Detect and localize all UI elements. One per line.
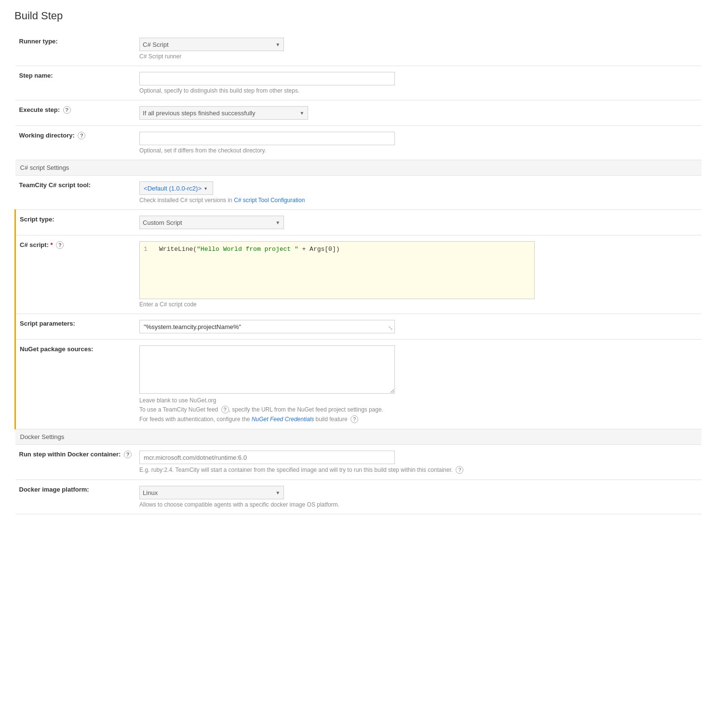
step-name-input[interactable]	[139, 72, 395, 85]
docker-platform-cell: Linux Allows to choose compatible agents…	[135, 480, 702, 514]
execute-step-select[interactable]: If all previous steps finished successfu…	[139, 106, 308, 120]
docker-section-header: Docker Settings	[15, 429, 702, 445]
runner-type-hint: C# Script runner	[139, 53, 698, 60]
step-name-hint: Optional, specify to distinguish this bu…	[139, 87, 698, 94]
docker-container-input[interactable]	[139, 451, 395, 464]
runner-type-cell: C# Script C# Script runner	[135, 32, 702, 66]
execute-step-cell: If all previous steps finished successfu…	[135, 100, 702, 126]
working-directory-input[interactable]	[139, 132, 395, 145]
docker-platform-select[interactable]: Linux	[139, 486, 284, 499]
docker-container-label: Run step within Docker container: ?	[15, 445, 136, 480]
execute-step-label: Execute step: ?	[15, 100, 136, 126]
nuget-sources-cell: Leave blank to use NuGet.org To use a Te…	[135, 340, 702, 429]
working-directory-help-icon[interactable]: ?	[78, 132, 85, 139]
csharp-section-header: C# script Settings	[15, 160, 702, 176]
docker-platform-select-wrapper[interactable]: Linux	[139, 486, 284, 499]
code-content: WriteLine("Hello World from project " + …	[159, 246, 339, 253]
script-params-input[interactable]	[139, 320, 395, 333]
nuget-sources-label: NuGet package sources:	[15, 340, 136, 429]
nuget-hint-3: For feeds with authentication, configure…	[139, 415, 698, 423]
docker-platform-label: Docker image platform:	[15, 480, 136, 514]
line-numbers: 1	[144, 246, 153, 253]
nuget-sources-textarea[interactable]	[139, 345, 395, 394]
docker-container-hint-help-icon[interactable]: ?	[456, 466, 463, 474]
csharp-script-cell: 1 WriteLine("Hello World from project " …	[135, 235, 702, 314]
page-title: Build Step	[14, 10, 702, 22]
execute-step-select-wrapper[interactable]: If all previous steps finished successfu…	[139, 106, 308, 120]
docker-container-hint: E.g. ruby:2.4. TeamCity will start a con…	[139, 466, 698, 474]
script-params-cell	[135, 314, 702, 340]
csharp-script-help-icon[interactable]: ?	[56, 241, 64, 249]
nuget-credentials-link[interactable]: NuGet Feed Credentials	[252, 416, 314, 423]
script-params-label: Script parameters:	[15, 314, 136, 340]
nuget-auth-help-icon[interactable]: ?	[351, 415, 358, 423]
script-type-select-wrapper[interactable]: Custom Script	[139, 216, 284, 229]
docker-container-help-icon[interactable]: ?	[124, 451, 132, 458]
step-name-label: Step name:	[15, 66, 136, 100]
teamcity-tool-hint: Check installed C# script versions in C#…	[139, 197, 698, 204]
nuget-hint-1: Leave blank to use NuGet.org	[139, 397, 698, 404]
step-name-cell: Optional, specify to distinguish this bu…	[135, 66, 702, 100]
working-directory-label: Working directory: ?	[15, 126, 136, 160]
working-directory-hint: Optional, set if differs from the checko…	[139, 147, 698, 154]
nuget-hint-2: To use a TeamCity NuGet feed ?, specify …	[139, 406, 698, 413]
nuget-feed-help-icon[interactable]: ?	[221, 406, 229, 413]
csharp-script-hint: Enter a C# script code	[139, 301, 698, 308]
runner-type-select[interactable]: C# Script	[139, 38, 284, 51]
script-params-wrapper	[139, 320, 395, 333]
docker-platform-hint: Allows to choose compatible agents with …	[139, 501, 698, 508]
teamcity-tool-label: TeamCity C# script tool:	[15, 176, 136, 210]
working-directory-cell: Optional, set if differs from the checko…	[135, 126, 702, 160]
runner-type-label: Runner type:	[15, 32, 136, 66]
script-type-label: Script type:	[15, 210, 136, 235]
required-indicator: *	[51, 241, 53, 248]
script-type-select[interactable]: Custom Script	[139, 216, 284, 229]
script-type-cell: Custom Script	[135, 210, 702, 235]
runner-type-select-wrapper[interactable]: C# Script	[139, 38, 284, 51]
teamcity-tool-select-btn[interactable]: <Default (1.0.0-rc2)> ▾	[139, 181, 213, 195]
teamcity-tool-value: <Default (1.0.0-rc2)>	[144, 185, 202, 192]
docker-container-cell: E.g. ruby:2.4. TeamCity will start a con…	[135, 445, 702, 480]
execute-step-help-icon[interactable]: ?	[63, 106, 71, 114]
teamcity-tool-cell: <Default (1.0.0-rc2)> ▾ Check installed …	[135, 176, 702, 210]
csharp-script-label: C# script: * ?	[15, 235, 136, 314]
tool-config-link[interactable]: C# script Tool Configuration	[234, 197, 305, 204]
csharp-script-editor[interactable]: 1 WriteLine("Hello World from project " …	[139, 241, 535, 299]
chevron-down-icon: ▾	[204, 186, 207, 191]
